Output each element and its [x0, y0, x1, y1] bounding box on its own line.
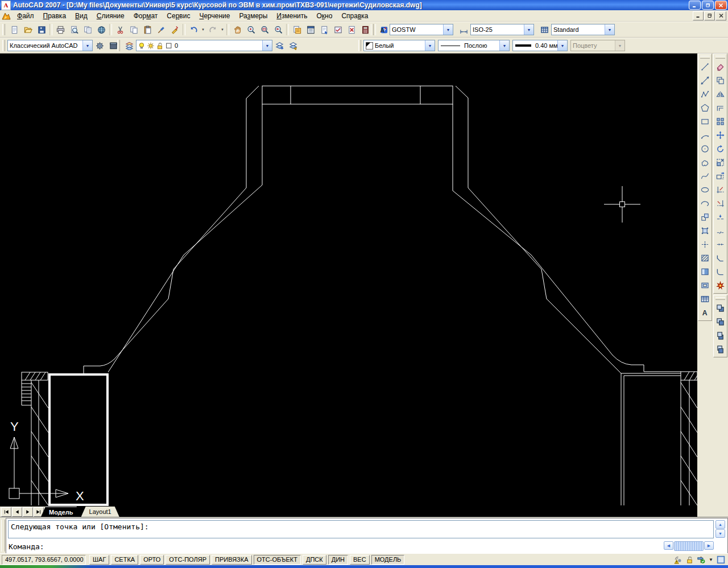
menu-Вид[interactable]: Вид [71, 11, 92, 21]
menu-Размеры[interactable]: Размеры [234, 11, 272, 21]
explode-button[interactable] [714, 278, 727, 292]
status-toggle-ducs[interactable]: ДПСК [303, 555, 326, 565]
workspace-settings-button[interactable] [93, 39, 106, 52]
drawing-system-menu-icon[interactable] [2, 11, 11, 20]
paste-button[interactable] [140, 23, 154, 36]
polygon-button[interactable] [698, 101, 712, 114]
region-button[interactable] [698, 278, 712, 292]
bulb-icon[interactable] [138, 42, 146, 50]
zoom-window-button[interactable] [258, 23, 271, 36]
zoom-realtime-button[interactable] [244, 23, 258, 36]
offset-button[interactable] [714, 101, 727, 114]
scroll-up-icon[interactable]: ▲ [715, 520, 725, 529]
workspaces-combo[interactable]: Классический AutoCAD▼ [7, 40, 93, 51]
toolbar-grip[interactable] [358, 40, 361, 51]
layer-states-button[interactable] [272, 39, 286, 52]
toolbar-grip[interactable] [117, 40, 120, 51]
bring-to-front-button[interactable] [714, 301, 727, 315]
table-button[interactable] [698, 292, 712, 306]
doc-minimize-button[interactable] [693, 11, 704, 20]
status-toggle-grid[interactable]: СЕТКА [111, 555, 138, 565]
status-toggle-model[interactable]: МОДЕЛЬ [371, 555, 405, 565]
minimize-button[interactable] [689, 1, 701, 10]
chevron-down-icon[interactable]: ▼ [605, 24, 614, 35]
doc-restore-button[interactable] [704, 11, 715, 20]
bring-above-objects-button[interactable] [714, 328, 727, 342]
menu-Слияние[interactable]: Слияние [92, 11, 129, 21]
table-style-combo[interactable]: Standard▼ [551, 24, 615, 35]
toolbar-grip[interactable] [2, 40, 5, 51]
zoom-previous-button[interactable] [271, 23, 285, 36]
plot-button[interactable] [53, 23, 67, 36]
chamfer-button[interactable] [714, 251, 727, 265]
mirror-button[interactable] [714, 87, 727, 101]
command-vertical-scrollbar[interactable]: ▲ ▼ [715, 520, 726, 538]
close-button[interactable] [715, 1, 727, 10]
table-style-button[interactable] [537, 23, 551, 36]
status-toggle-ortho[interactable]: ОРТО [140, 555, 164, 565]
previous-tab-button[interactable] [12, 507, 22, 517]
color-swatch-icon[interactable] [165, 42, 173, 50]
join-button[interactable] [714, 237, 727, 251]
menu-Правка[interactable]: Правка [39, 11, 71, 21]
pan-button[interactable] [230, 23, 244, 36]
toolbar-grip[interactable] [371, 24, 374, 35]
tool-palettes-button[interactable] [304, 23, 317, 36]
lineweight-combo[interactable]: 0.40 мм ▼ [512, 40, 568, 51]
command-history[interactable]: Следующая точка или [Отменить]: [8, 520, 714, 538]
chevron-down-icon[interactable]: ▼ [425, 40, 435, 51]
status-toggle-osnap[interactable]: ПРИВЯЗКА [212, 555, 251, 565]
hatch-button[interactable] [698, 251, 712, 265]
send-under-objects-button[interactable] [714, 342, 727, 356]
chevron-down-icon[interactable]: ▼ [443, 24, 453, 35]
menu-Формат[interactable]: Формат [129, 11, 163, 21]
coordinate-readout[interactable]: 497.0517, 793.6567, 0.0000 [2, 555, 86, 565]
text-style-button[interactable]: A [376, 23, 390, 36]
lock-open-icon[interactable] [156, 42, 164, 50]
layer-combo[interactable]: 0 ▼ [136, 40, 272, 51]
status-toggle-snap[interactable]: ШАГ [89, 555, 109, 565]
toolbar-lock-icon[interactable] [685, 555, 694, 565]
line-button[interactable] [698, 60, 712, 73]
linetype-combo[interactable]: Послою ▼ [438, 40, 510, 51]
layer-previous-button[interactable] [286, 39, 300, 52]
restore-button[interactable] [702, 1, 714, 10]
menu-Изменить[interactable]: Изменить [272, 11, 312, 21]
circle-button[interactable] [698, 142, 712, 155]
first-tab-button[interactable] [1, 507, 11, 517]
toolbar-grip[interactable] [715, 297, 725, 300]
sun-icon[interactable] [147, 42, 155, 50]
block-editor-button[interactable] [168, 23, 181, 36]
drawing-canvas[interactable]: Y X [0, 53, 697, 507]
point-button[interactable] [698, 237, 712, 251]
command-text-area[interactable]: Следующая точка или [Отменить]: ▲ ▼ Кома… [6, 518, 728, 553]
undo-button[interactable] [187, 23, 200, 36]
match-properties-button[interactable] [154, 23, 168, 36]
extend-button[interactable] [714, 196, 727, 210]
menu-Окно[interactable]: Окно [312, 11, 337, 21]
insert-block-button[interactable] [698, 210, 712, 224]
standards-check-icon[interactable] [696, 555, 706, 565]
erase-button[interactable] [714, 60, 727, 73]
cut-button[interactable] [113, 23, 127, 36]
tab-Модель[interactable]: Модель [41, 507, 81, 517]
autocad-app-icon[interactable]: A [1, 1, 11, 10]
dim-style-button[interactable] [457, 23, 470, 36]
scroll-right-icon[interactable]: ▶ [704, 541, 714, 550]
scroll-down-icon[interactable]: ▼ [715, 529, 725, 538]
chevron-down-icon[interactable]: ▼ [262, 40, 272, 51]
toolbar-grip[interactable] [715, 56, 725, 59]
multiline-text-button[interactable]: A [698, 306, 712, 319]
next-tab-button[interactable] [23, 507, 33, 517]
sheet-set-manager-button[interactable] [290, 23, 304, 36]
copy-clip-button[interactable] [127, 23, 140, 36]
command-prompt[interactable]: Команда: [9, 542, 44, 551]
new-button[interactable] [7, 23, 21, 36]
save-button[interactable] [35, 23, 48, 36]
command-window-grip[interactable] [1, 520, 5, 551]
color-combo[interactable]: Белый ▼ [363, 40, 435, 51]
menu-Сервис[interactable]: Сервис [162, 11, 195, 21]
open-button[interactable] [21, 23, 35, 36]
chevron-down-icon[interactable]: ▼ [499, 40, 509, 51]
construction-line-button[interactable] [698, 73, 712, 87]
